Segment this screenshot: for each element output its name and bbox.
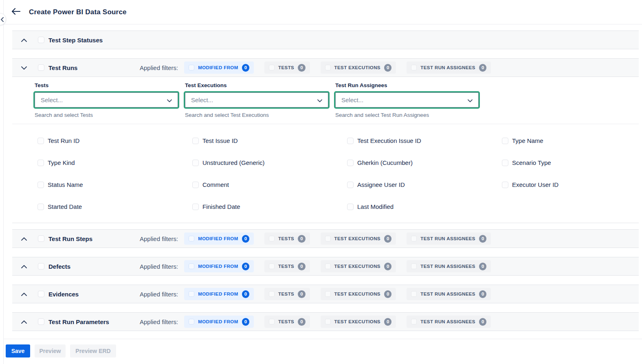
section-checkbox[interactable]: [38, 235, 44, 242]
filter-badge-modified-from[interactable]: MODIFIED FROM 0: [184, 232, 254, 245]
section-checkbox[interactable]: [38, 318, 44, 325]
filter-label: TEST RUN ASSIGNEES: [420, 65, 475, 70]
tests-select[interactable]: Select...: [35, 92, 178, 107]
filter-checkbox[interactable]: [189, 236, 194, 241]
filter-badge-test-executions[interactable]: TEST EXECUTIONS 0: [321, 316, 396, 328]
filter-checkbox[interactable]: [411, 263, 417, 269]
field-executor-user-id[interactable]: Executor User ID: [502, 181, 642, 188]
select-label: Test Run Assignees: [335, 82, 479, 88]
field-label: Comment: [202, 181, 229, 188]
filter-badge-modified-from[interactable]: MODIFIED FROM 0: [184, 61, 254, 74]
field-assignee-user-id[interactable]: Assignee User ID: [347, 181, 502, 188]
checkbox[interactable]: [347, 204, 354, 210]
field-test-run-id[interactable]: Test Run ID: [37, 137, 192, 144]
section-checkbox[interactable]: [38, 291, 44, 297]
field-type-name[interactable]: Type Name: [502, 137, 642, 144]
filter-checkbox[interactable]: [269, 65, 275, 70]
select-label: Tests: [35, 82, 178, 88]
filter-badge-tests[interactable]: TESTS 0: [264, 61, 310, 74]
field-test-execution-issue-id[interactable]: Test Execution Issue ID: [347, 137, 502, 144]
filter-badge-modified-from[interactable]: MODIFIED FROM 0: [184, 316, 254, 328]
expand-section-button[interactable]: [20, 236, 28, 242]
filter-badge-test-executions[interactable]: TEST EXECUTIONS 0: [321, 61, 396, 74]
expand-section-button[interactable]: [20, 37, 28, 43]
preview-button[interactable]: Preview: [35, 344, 66, 357]
filter-badge-tests[interactable]: TESTS 0: [264, 232, 310, 245]
checkbox[interactable]: [192, 138, 199, 144]
section-checkbox[interactable]: [38, 64, 44, 71]
filter-checkbox[interactable]: [325, 263, 331, 269]
checkbox[interactable]: [502, 138, 508, 144]
test-run-assignees-select[interactable]: Select...: [335, 92, 479, 107]
filter-count-badge: 0: [384, 235, 391, 243]
save-button[interactable]: Save: [6, 344, 30, 357]
filter-badge-test-executions[interactable]: TEST EXECUTIONS 0: [321, 288, 396, 300]
filter-badge-test-run-assignees[interactable]: TEST RUN ASSIGNEES 0: [407, 260, 491, 272]
filter-checkbox[interactable]: [325, 319, 331, 325]
filter-badge-tests[interactable]: TESTS 0: [264, 316, 310, 328]
filter-checkbox[interactable]: [411, 65, 417, 70]
field-finished-date[interactable]: Finished Date: [192, 203, 347, 210]
field-started-date[interactable]: Started Date: [37, 203, 192, 210]
arrow-left-icon: [11, 8, 20, 16]
section-checkbox[interactable]: [38, 263, 44, 270]
checkbox[interactable]: [192, 160, 199, 166]
field-comment[interactable]: Comment: [192, 181, 347, 188]
filter-badge-test-run-assignees[interactable]: TEST RUN ASSIGNEES 0: [407, 288, 491, 300]
filter-label: TEST EXECUTIONS: [334, 319, 380, 324]
filter-checkbox[interactable]: [411, 291, 417, 297]
filter-badge-test-executions[interactable]: TEST EXECUTIONS 0: [321, 260, 396, 272]
field-type-kind[interactable]: Type Kind: [37, 159, 192, 166]
checkbox[interactable]: [347, 138, 354, 144]
checkbox[interactable]: [502, 182, 508, 188]
checkbox[interactable]: [347, 182, 354, 188]
filter-checkbox[interactable]: [269, 319, 275, 325]
checkbox[interactable]: [502, 160, 508, 166]
select-placeholder: Select...: [191, 96, 213, 103]
test-executions-select[interactable]: Select...: [185, 92, 328, 107]
field-scenario-type[interactable]: Scenario Type: [502, 159, 642, 166]
checkbox[interactable]: [192, 182, 199, 188]
checkbox[interactable]: [347, 160, 354, 166]
filter-checkbox[interactable]: [189, 291, 194, 297]
filter-checkbox[interactable]: [189, 263, 194, 269]
expand-section-button[interactable]: [20, 291, 28, 297]
field-label: Assignee User ID: [357, 181, 405, 188]
filter-badge-test-run-assignees[interactable]: TEST RUN ASSIGNEES 0: [407, 232, 491, 245]
section-checkbox[interactable]: [38, 37, 44, 43]
checkbox[interactable]: [37, 182, 44, 188]
filter-checkbox[interactable]: [269, 263, 275, 269]
filter-checkbox[interactable]: [189, 319, 194, 325]
back-button[interactable]: [11, 8, 20, 16]
filter-badge-modified-from[interactable]: MODIFIED FROM 0: [184, 260, 254, 272]
filter-checkbox[interactable]: [411, 319, 417, 325]
select-placeholder: Select...: [41, 96, 63, 103]
field-unstructured-generic[interactable]: Unstructured (Generic): [192, 159, 347, 166]
collapse-section-button[interactable]: [20, 65, 28, 71]
expand-section-button[interactable]: [20, 263, 28, 270]
field-test-issue-id[interactable]: Test Issue ID: [192, 137, 347, 144]
field-gherkin-cucumber[interactable]: Gherkin (Cucumber): [347, 159, 502, 166]
filter-badge-tests[interactable]: TESTS 0: [264, 288, 310, 300]
filter-badge-test-run-assignees[interactable]: TEST RUN ASSIGNEES 0: [407, 61, 491, 74]
filter-badge-test-run-assignees[interactable]: TEST RUN ASSIGNEES 0: [407, 316, 491, 328]
expand-section-button[interactable]: [20, 319, 28, 325]
preview-erd-button[interactable]: Preview ERD: [70, 344, 116, 357]
checkbox[interactable]: [37, 160, 44, 166]
filter-checkbox[interactable]: [189, 65, 194, 70]
filter-label: TEST EXECUTIONS: [334, 236, 380, 241]
checkbox[interactable]: [37, 204, 44, 210]
filter-badge-tests[interactable]: TESTS 0: [264, 260, 310, 272]
filter-badge-modified-from[interactable]: MODIFIED FROM 0: [184, 288, 254, 300]
filter-checkbox[interactable]: [325, 65, 331, 70]
field-last-modified[interactable]: Last Modified: [347, 203, 502, 210]
filter-checkbox[interactable]: [269, 236, 275, 241]
filter-checkbox[interactable]: [269, 291, 275, 297]
filter-checkbox[interactable]: [411, 236, 417, 241]
checkbox[interactable]: [37, 138, 44, 144]
filter-checkbox[interactable]: [325, 236, 331, 241]
checkbox[interactable]: [192, 204, 199, 210]
field-status-name[interactable]: Status Name: [37, 181, 192, 188]
filter-badge-test-executions[interactable]: TEST EXECUTIONS 0: [321, 232, 396, 245]
filter-checkbox[interactable]: [325, 291, 331, 297]
